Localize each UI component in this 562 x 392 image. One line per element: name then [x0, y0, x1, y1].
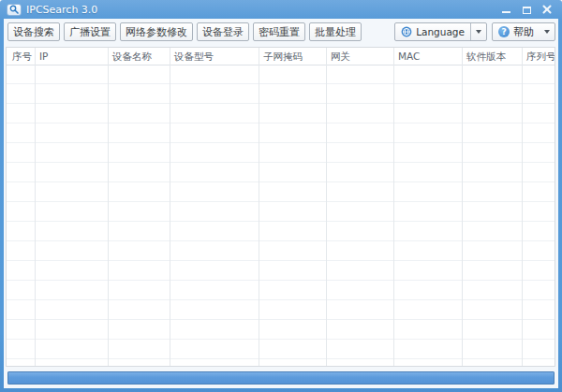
- language-button-label: Language: [416, 26, 465, 37]
- close-icon: [542, 5, 552, 14]
- column-gateway: 网关: [327, 48, 394, 366]
- chevron-down-icon: [544, 30, 550, 34]
- window-controls: [499, 4, 554, 16]
- chevron-down-icon: [476, 30, 481, 34]
- help-button[interactable]: ? 帮助: [492, 22, 555, 41]
- column-header-ip[interactable]: IP: [36, 48, 108, 62]
- broadcast-settings-button[interactable]: 广播设置: [64, 22, 116, 41]
- close-button[interactable]: [540, 4, 554, 16]
- column-subnet-mask: 子网掩码: [259, 48, 327, 366]
- language-dropdown-arrow[interactable]: [471, 23, 486, 40]
- minimize-button[interactable]: [499, 4, 512, 16]
- help-dropdown-arrow[interactable]: [540, 23, 555, 40]
- progress-bar-fill: [8, 372, 554, 384]
- column-device-model: 设备型号: [170, 48, 259, 366]
- client-area: 设备搜索 广播设置 网络参数修改 设备登录 密码重置 批量处理: [4, 19, 558, 388]
- batch-process-button[interactable]: 批量处理: [309, 22, 362, 41]
- column-header-mac[interactable]: MAC: [394, 48, 462, 62]
- toolbar-button-group: 设备搜索 广播设置 网络参数修改 设备登录 密码重置 批量处理: [7, 22, 362, 41]
- app-window: IPCSearch 3.0 设备搜索 广播设置 网络参数修改 设备登录 密码重置…: [0, 0, 562, 392]
- globe-icon: [401, 26, 412, 37]
- device-search-button[interactable]: 设备搜索: [7, 22, 60, 41]
- column-header-software-version[interactable]: 软件版本: [463, 48, 522, 64]
- maximize-button[interactable]: [520, 4, 533, 16]
- column-device-name: 设备名称: [109, 48, 170, 366]
- language-button-main[interactable]: Language: [395, 23, 470, 40]
- app-logo: [7, 4, 22, 16]
- language-button[interactable]: Language: [394, 22, 487, 41]
- question-circle-icon: ?: [498, 26, 510, 37]
- toolbar: 设备搜索 广播设置 网络参数修改 设备登录 密码重置 批量处理: [7, 22, 555, 41]
- network-params-modify-button[interactable]: 网络参数修改: [120, 22, 193, 41]
- column-header-serial-number[interactable]: 序列号: [523, 48, 555, 64]
- column-header-device-model[interactable]: 设备型号: [170, 48, 259, 64]
- search-icon: [9, 5, 19, 14]
- window-title: IPCSearch 3.0: [26, 4, 97, 16]
- column-header-gateway[interactable]: 网关: [327, 48, 393, 64]
- column-no: 序号: [7, 48, 36, 366]
- column-ip: IP: [36, 48, 109, 366]
- window-titlebar[interactable]: IPCSearch 3.0: [0, 0, 562, 19]
- maximize-icon: [523, 7, 531, 14]
- help-button-main[interactable]: ? 帮助: [493, 23, 540, 40]
- column-header-no[interactable]: 序号: [7, 48, 35, 64]
- device-table-columns: 序号 IP 设备名称 设备型号 子网掩码 网关 MAC: [7, 48, 555, 366]
- column-software-version: 软件版本: [463, 48, 523, 366]
- column-serial-number: 序列号: [523, 48, 555, 366]
- column-header-subnet-mask[interactable]: 子网掩码: [259, 48, 326, 64]
- toolbar-right-group: Language ? 帮助: [394, 22, 555, 41]
- column-header-device-name[interactable]: 设备名称: [109, 48, 170, 64]
- progress-bar: [7, 371, 555, 385]
- password-reset-button[interactable]: 密码重置: [253, 22, 305, 41]
- device-table: 序号 IP 设备名称 设备型号 子网掩码 网关 MAC: [6, 47, 555, 367]
- help-button-label: 帮助: [513, 25, 534, 39]
- device-login-button[interactable]: 设备登录: [197, 22, 249, 41]
- minimize-icon: [502, 11, 510, 13]
- column-mac: MAC: [394, 48, 463, 366]
